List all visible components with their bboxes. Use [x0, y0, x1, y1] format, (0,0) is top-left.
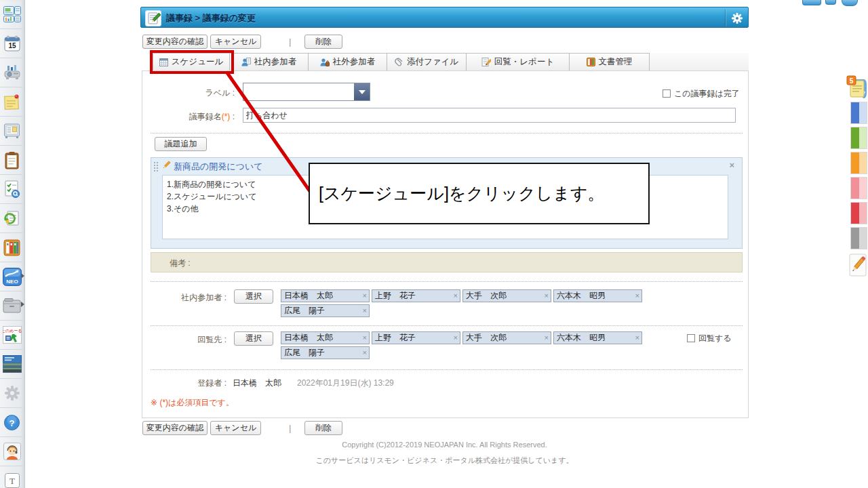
member-chip: 上野 花子× [372, 331, 460, 344]
remove-member-icon[interactable]: × [545, 290, 549, 302]
topic-close-icon[interactable]: × [729, 160, 734, 170]
cabinet-icon[interactable] [2, 294, 22, 317]
notification-memo-icon[interactable]: 5 [846, 75, 868, 101]
ad-banner-icon[interactable] [2, 352, 22, 375]
tab-attachments[interactable]: 添付ファイル [387, 53, 467, 71]
complete-checkbox-label: この議事録は完了 [674, 89, 740, 98]
remove-member-icon[interactable]: × [363, 332, 367, 344]
settings-gear-icon[interactable] [2, 382, 22, 405]
tanomeru-label: たのめーる [3, 329, 22, 333]
remove-member-icon[interactable]: × [454, 332, 458, 344]
member-chip: 日本橋 太郎× [281, 331, 370, 344]
remove-member-icon[interactable]: × [363, 305, 367, 317]
chevron-down-icon [359, 90, 366, 94]
pencil-icon [162, 161, 171, 169]
remove-member-icon[interactable]: × [545, 332, 549, 344]
divider [151, 369, 743, 370]
badge-count: 5 [850, 77, 854, 85]
add-topic-button[interactable]: 議題追加 [155, 137, 207, 151]
drag-handle-icon[interactable] [153, 161, 159, 171]
neo-expand-arrow[interactable] [21, 273, 24, 279]
complete-checkbox[interactable] [663, 89, 671, 98]
topic-title: 新商品の開発について [174, 161, 263, 173]
label-dropdown[interactable] [243, 83, 370, 101]
calendar-day-number: 15 [8, 42, 16, 49]
provider-text: このサービスはリスモン・ビジネス・ポータル株式会社が提供しています。 [140, 455, 749, 466]
registrant-caption: 登録者 : [151, 378, 226, 389]
circulation-report-icon[interactable] [2, 207, 22, 230]
neo-tool-icon[interactable]: NEO [2, 265, 22, 288]
page-title: 議事録 > 議事録の変更 [166, 12, 256, 24]
label-tab-green[interactable] [850, 127, 867, 149]
internal-select-button[interactable]: 選択 [234, 289, 273, 304]
delete-button[interactable]: 削除 [304, 35, 342, 49]
cabinet-expand-arrow[interactable] [21, 302, 24, 307]
circulate-checkbox[interactable] [687, 334, 695, 342]
tab-external-participants[interactable]: 社外参加者 [309, 53, 387, 71]
copyright-text: Copyright (C)2012-2019 NEOJAPAN Inc. All… [140, 441, 749, 449]
settings-gear-button[interactable] [730, 11, 745, 26]
tab-document-management[interactable]: 文書管理 [570, 53, 650, 71]
divider [151, 133, 743, 134]
schedule-calendar-icon[interactable]: 15 [2, 32, 22, 55]
person-document-icon [241, 58, 251, 66]
bulletin-board-icon[interactable] [2, 119, 22, 142]
portal-icon[interactable] [2, 3, 22, 26]
cutoff-toolbar-icon [842, 0, 858, 6]
remove-member-icon[interactable]: × [363, 347, 367, 359]
cancel-button-bottom[interactable]: キャンセル [210, 421, 261, 435]
confirm-changes-button-bottom[interactable]: 変更内容の確認 [142, 421, 208, 435]
complete-checkbox-row[interactable]: この議事録は完了 [663, 88, 740, 100]
edit-pencil-icon[interactable] [849, 253, 867, 277]
report-pencil-icon [481, 58, 491, 66]
facility-projector-icon[interactable] [2, 61, 22, 84]
remove-member-icon[interactable]: × [635, 290, 639, 302]
text-size-icon[interactable]: T [2, 469, 22, 488]
remove-member-icon[interactable]: × [363, 290, 367, 302]
app-window: 15 [0, 0, 868, 488]
member-chip: 広尾 陽子× [281, 346, 370, 359]
annotation-callout-box: [スケージュール]をクリックします。 [309, 163, 650, 224]
survey-check-icon[interactable] [2, 178, 22, 201]
cutoff-toolbar-icon [802, 0, 821, 5]
minutes-name-input[interactable] [243, 108, 736, 123]
neo-label: NEO [6, 279, 18, 285]
document-management-icon[interactable] [2, 236, 22, 259]
circulation-select-button[interactable]: 選択 [234, 331, 273, 346]
remove-member-icon[interactable]: × [454, 290, 458, 302]
memo-sticky-note-icon[interactable] [2, 90, 22, 113]
minutes-name-caption: 議事録名(*) : [151, 111, 235, 123]
tanomeru-banner-icon[interactable]: たのめーる [2, 323, 22, 346]
tab-label: 添付ファイル [407, 56, 458, 68]
tab-internal-participants[interactable]: 社内参加者 [230, 53, 309, 71]
annotation-highlight-rect [150, 50, 234, 74]
paperclip-icon [395, 58, 403, 66]
confirm-changes-button[interactable]: 変更内容の確認 [142, 35, 208, 49]
label-tab-red[interactable] [850, 202, 867, 224]
dropdown-arrow-button[interactable] [354, 83, 370, 100]
binders-icon [587, 58, 595, 66]
internal-participants-caption: 社内参加者 : [151, 292, 226, 304]
clipboard-icon[interactable] [2, 148, 22, 171]
label-tab-pink[interactable] [850, 177, 867, 199]
registrant-datetime: 2022年01月19日(水) 13:29 [297, 378, 394, 389]
remove-member-icon[interactable]: × [635, 332, 639, 344]
circulate-checkbox-row[interactable]: 回覧する [687, 333, 732, 344]
member-chip: 日本橋 太郎× [281, 289, 370, 302]
member-chip: 広尾 陽子× [281, 304, 370, 317]
delete-button-bottom[interactable]: 削除 [304, 421, 342, 435]
member-chip: 六本木 昭男× [553, 331, 642, 344]
tab-label: 文書管理 [599, 56, 633, 68]
tab-circulation-report[interactable]: 回覧・レポート [467, 53, 570, 71]
left-sidebar: 15 [0, 0, 25, 488]
member-chip: 上野 花子× [372, 289, 460, 302]
label-tab-orange[interactable] [850, 152, 867, 174]
cancel-button[interactable]: キャンセル [210, 35, 261, 49]
help-question-mark: ? [9, 418, 15, 428]
support-operator-icon[interactable] [2, 440, 22, 463]
remarks-bar[interactable]: 備考 : [151, 252, 743, 272]
label-tab-blue[interactable] [850, 102, 867, 124]
label-tab-gray[interactable] [850, 227, 867, 249]
help-icon[interactable]: ? [2, 411, 22, 434]
cutoff-toolbar-icon [825, 0, 836, 5]
